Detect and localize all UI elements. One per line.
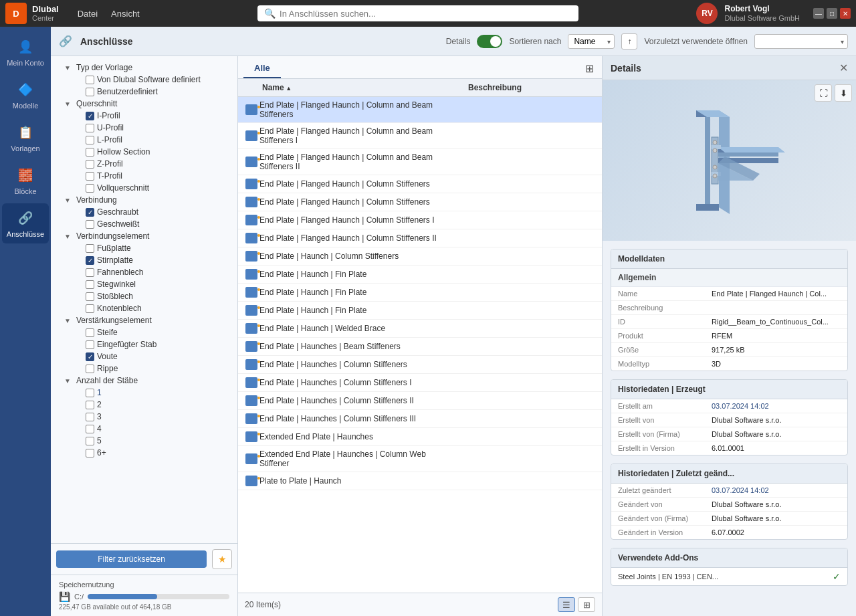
- app-title-line2: Center: [32, 14, 59, 22]
- user-name: Robert Vogl: [724, 4, 800, 13]
- app-name: Dlubal Center: [32, 5, 59, 22]
- user-info: Robert Vogl Dlubal Software GmbH: [724, 4, 800, 23]
- app-title-line1: Dlubal: [32, 5, 59, 14]
- search-bar[interactable]: 🔍: [257, 5, 578, 21]
- window-controls: — □ ✕: [813, 8, 851, 19]
- maximize-button[interactable]: □: [827, 8, 837, 19]
- menu-datei[interactable]: Datei: [78, 9, 98, 19]
- titlebar-left: D Dlubal Center Datei Ansicht: [5, 3, 140, 24]
- titlebar-right: RV Robert Vogl Dlubal Software GmbH — □ …: [696, 3, 851, 24]
- close-button[interactable]: ✕: [840, 8, 851, 19]
- avatar: RV: [696, 3, 718, 24]
- minimize-button[interactable]: —: [813, 8, 824, 19]
- titlebar-menu: Datei Ansicht: [78, 9, 140, 19]
- menu-ansicht[interactable]: Ansicht: [111, 9, 140, 19]
- app-logo: D: [5, 3, 27, 24]
- search-input[interactable]: [280, 9, 572, 19]
- search-icon: 🔍: [264, 8, 276, 19]
- user-company: Dlubal Software GmbH: [724, 14, 800, 23]
- titlebar: D Dlubal Center Datei Ansicht 🔍 RV Rober…: [0, 0, 856, 27]
